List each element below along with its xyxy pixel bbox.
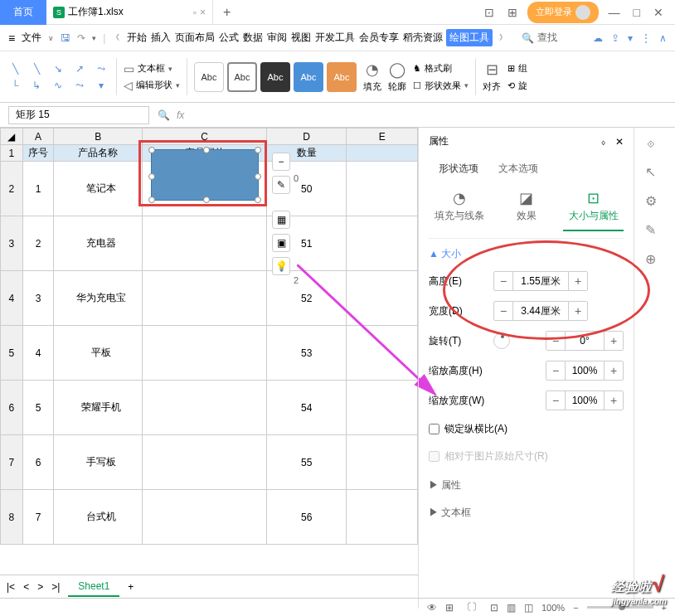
subtab-effect[interactable]: ◪效果 (496, 182, 556, 231)
edit-icon[interactable]: ✎ (645, 222, 656, 238)
cell[interactable]: 台式机 (54, 490, 143, 545)
width-stepper[interactable]: − + (493, 301, 588, 321)
decrease-button[interactable]: − (494, 272, 512, 290)
nav-left-icon[interactable]: 《 (112, 32, 119, 43)
cell[interactable]: 6 (22, 435, 53, 490)
grid-icon[interactable]: ⊞ (504, 2, 521, 22)
cell[interactable]: 53 (267, 326, 347, 381)
zoom-out-icon[interactable]: − (573, 603, 578, 613)
cell[interactable]: 5 (22, 381, 53, 435)
nav-right-icon[interactable]: 》 (499, 32, 507, 43)
menu-insert[interactable]: 插入 (150, 29, 172, 46)
section-size[interactable]: ▲ 大小 (429, 239, 624, 266)
file-menu[interactable]: 文件 (22, 31, 41, 45)
share-icon[interactable]: ⇪ (611, 32, 619, 44)
cell[interactable] (347, 216, 418, 271)
menu-data[interactable]: 数据 (242, 29, 264, 46)
style-preset-1[interactable]: Abc (194, 62, 224, 92)
cell[interactable]: 55 (267, 435, 347, 490)
cell-reference-input[interactable] (8, 106, 149, 124)
maximize-icon[interactable]: □ (630, 2, 643, 22)
decrease-button[interactable]: − (546, 332, 565, 350)
fx-icon[interactable]: fx (177, 109, 184, 121)
resize-handle[interactable] (203, 147, 210, 153)
close-panel-icon[interactable]: ✕ (615, 136, 624, 148)
view-mode-2-icon[interactable]: ▥ (507, 602, 516, 614)
zoom-slider[interactable] (587, 606, 653, 609)
col-e[interactable]: E (347, 129, 418, 145)
home-tab[interactable]: 首页 (0, 0, 46, 25)
chevron-down-icon[interactable]: ▾ (92, 34, 96, 42)
cell[interactable]: 平板 (54, 326, 143, 381)
increase-button[interactable]: + (605, 391, 623, 410)
document-tab[interactable]: S 工作簿1.xlsx ▫ × (46, 0, 213, 25)
eye-icon[interactable]: 👁 (427, 602, 437, 614)
cell[interactable]: 手写板 (54, 435, 143, 490)
decrease-button[interactable]: − (546, 391, 565, 410)
tab-menu-icon[interactable]: ▫ (193, 7, 197, 18)
view-mode-1-icon[interactable]: ⊡ (490, 602, 498, 614)
tab-shape-options[interactable]: 形状选项 (439, 162, 478, 176)
grid-view-icon[interactable]: ⊞ (445, 602, 454, 614)
subtab-size-props[interactable]: ⊡大小与属性 (563, 182, 624, 231)
cell[interactable]: 54 (267, 381, 347, 435)
cell[interactable]: 52 (267, 271, 347, 326)
decrease-button[interactable]: − (546, 361, 565, 380)
cell[interactable]: 56 (267, 490, 347, 545)
redo-icon[interactable]: ↷ (77, 32, 85, 44)
row-2[interactable]: 2 (1, 162, 23, 216)
chart-icon[interactable]: ▦ (272, 211, 290, 229)
row-3[interactable]: 3 (1, 216, 23, 271)
cell[interactable]: 4 (22, 326, 53, 381)
format-painter-button[interactable]: ♞格式刷 (413, 62, 469, 75)
cell[interactable]: 荣耀手机 (54, 381, 143, 435)
menu-formula[interactable]: 公式 (218, 29, 240, 46)
pointer-icon[interactable]: ↖ (645, 164, 656, 180)
zoom-lens-icon[interactable]: 🔍 (158, 109, 170, 121)
outline-button[interactable]: ◯轮廓 (388, 61, 406, 93)
col-a[interactable]: A (22, 129, 53, 145)
header-seq[interactable]: 序号 (22, 145, 53, 162)
width-input[interactable] (512, 302, 569, 320)
minimize-icon[interactable]: — (605, 2, 624, 22)
style-preset-2[interactable]: Abc (227, 62, 257, 92)
pin-icon[interactable]: ⬨ (600, 136, 606, 148)
row-4[interactable]: 4 (1, 271, 23, 326)
cell[interactable] (347, 162, 418, 216)
section-props[interactable]: ▶ 属性 (429, 470, 624, 497)
align-button[interactable]: ⊟对齐 (483, 61, 501, 93)
cell[interactable]: 2 (22, 216, 53, 271)
more-icon[interactable]: ⋮ (641, 32, 651, 44)
cell[interactable] (143, 216, 267, 271)
style-preset-4[interactable]: Abc (294, 62, 323, 92)
login-button[interactable]: 立即登录 (527, 2, 599, 23)
tab-text-options[interactable]: 文本选项 (498, 162, 538, 176)
scale-width-input[interactable] (565, 391, 605, 410)
minus-icon[interactable]: − (272, 153, 290, 171)
dropdown-icon[interactable]: ▾ (628, 32, 633, 44)
selected-shape[interactable] (151, 149, 259, 201)
rotate-dial[interactable] (493, 332, 510, 349)
increase-button[interactable]: + (605, 332, 623, 350)
cell[interactable] (143, 381, 267, 435)
close-icon[interactable]: ✕ (650, 2, 667, 22)
increase-button[interactable]: + (569, 302, 587, 320)
rotate-button[interactable]: ⟲旋 (507, 80, 527, 92)
sheet-tab[interactable]: Sheet1 (68, 577, 119, 597)
resize-handle[interactable] (148, 196, 155, 203)
resize-handle[interactable] (148, 147, 155, 153)
close-tab-icon[interactable]: × (200, 7, 206, 18)
add-sheet-icon[interactable]: + (128, 581, 134, 593)
cell[interactable] (347, 145, 418, 162)
header-name[interactable]: 产品名称 (54, 145, 143, 162)
textbox-button[interactable]: ▭文本框▾ (124, 62, 180, 75)
height-stepper[interactable]: − + (493, 271, 588, 291)
rotate-input[interactable] (565, 332, 605, 350)
cell[interactable] (143, 435, 267, 490)
row-6[interactable]: 6 (1, 381, 23, 435)
row-5[interactable]: 5 (1, 326, 23, 381)
shape-styles[interactable]: Abc Abc Abc Abc Abc (194, 62, 357, 92)
style-preset-3[interactable]: Abc (260, 62, 290, 92)
menu-resources[interactable]: 稻壳资源 (402, 29, 444, 46)
col-d[interactable]: D (267, 129, 347, 145)
